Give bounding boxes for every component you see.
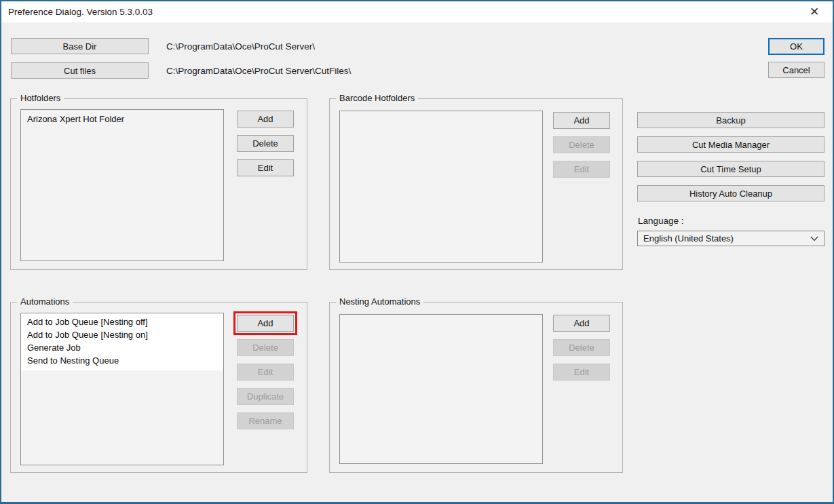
automations-rename-button: Rename	[237, 412, 294, 429]
list-item[interactable]: Add to Job Queue [Nesting on]	[21, 328, 223, 341]
cut-media-manager-button[interactable]: Cut Media Manager	[637, 136, 824, 153]
barcode-hotfolders-list[interactable]	[339, 111, 543, 263]
close-icon[interactable]: ✕	[801, 1, 827, 22]
hotfolders-list[interactable]: Arizona Xpert Hot Folder	[20, 109, 224, 261]
cancel-button[interactable]: Cancel	[768, 62, 824, 78]
hotfolders-edit-button[interactable]: Edit	[237, 159, 294, 176]
list-item[interactable]: Generate Job	[21, 341, 223, 354]
automations-delete-button: Delete	[237, 339, 294, 356]
window-title: Preference Dialog. Version 5.3.0.03	[8, 7, 153, 17]
list-item[interactable]: Send to Nesting Queue	[21, 354, 223, 367]
group-hotfolders: Hotfolders Arizona Xpert Hot Folder Add …	[10, 98, 307, 270]
cut-time-setup-button[interactable]: Cut Time Setup	[637, 161, 824, 177]
list-item[interactable]: Add to Job Queue [Nesting off]	[21, 315, 223, 328]
barcode-edit-button: Edit	[553, 161, 610, 178]
chevron-down-icon	[810, 236, 818, 241]
preference-dialog-window: Preference Dialog. Version 5.3.0.03 ✕ Ba…	[0, 0, 834, 504]
backup-button[interactable]: Backup	[637, 112, 824, 128]
nesting-edit-button: Edit	[553, 364, 610, 381]
cut-files-button[interactable]: Cut files	[11, 62, 149, 79]
titlebar: Preference Dialog. Version 5.3.0.03	[1, 1, 833, 22]
barcode-add-button[interactable]: Add	[553, 112, 610, 129]
automations-duplicate-button: Duplicate	[237, 388, 294, 405]
language-label: Language :	[638, 216, 684, 226]
hotfolders-delete-button[interactable]: Delete	[237, 135, 294, 152]
group-nesting-automations: Nesting Automations Add Delete Edit	[329, 302, 623, 473]
group-barcode-hotfolders-title: Barcode Hotfolders	[336, 93, 418, 103]
automations-add-button[interactable]: Add	[237, 315, 294, 332]
automations-list-items: Add to Job Queue [Nesting off] Add to Jo…	[21, 313, 223, 370]
nesting-delete-button: Delete	[553, 339, 610, 356]
automations-edit-button: Edit	[237, 364, 294, 381]
language-select[interactable]: English (United States)	[637, 231, 824, 246]
list-item[interactable]: Arizona Xpert Hot Folder	[21, 113, 223, 125]
cut-files-path: C:\ProgramData\Oce\ProCut Server\CutFile…	[166, 66, 351, 76]
hotfolders-add-button[interactable]: Add	[237, 111, 294, 128]
group-nesting-automations-title: Nesting Automations	[336, 296, 423, 307]
nesting-add-button[interactable]: Add	[553, 315, 610, 332]
group-automations: Automations Add to Job Queue [Nesting of…	[10, 302, 307, 473]
base-dir-path: C:\ProgramData\Oce\ProCut Server\	[166, 41, 315, 52]
language-selected-value: English (United States)	[643, 233, 734, 244]
group-barcode-hotfolders: Barcode Hotfolders Add Delete Edit	[329, 98, 623, 270]
history-auto-cleanup-button[interactable]: History Auto Cleanup	[637, 185, 824, 201]
nesting-automations-list[interactable]	[339, 314, 543, 464]
group-hotfolders-title: Hotfolders	[17, 93, 64, 103]
group-automations-title: Automations	[17, 296, 73, 307]
base-dir-button[interactable]: Base Dir	[11, 38, 149, 54]
barcode-delete-button: Delete	[553, 136, 610, 153]
automations-list[interactable]: Add to Job Queue [Nesting off] Add to Jo…	[20, 313, 224, 465]
ok-button[interactable]: OK	[768, 38, 824, 55]
